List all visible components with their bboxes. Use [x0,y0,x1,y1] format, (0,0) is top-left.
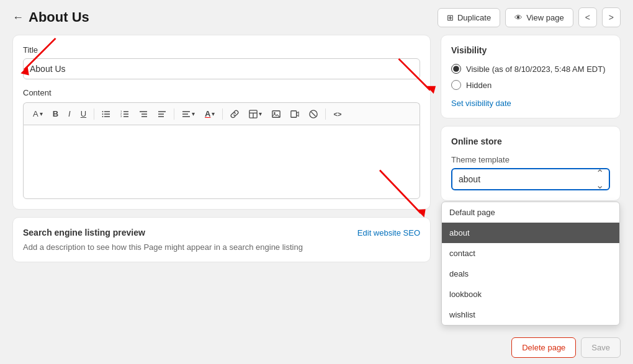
table-button[interactable]: ▾ [245,107,266,121]
prev-page-button[interactable]: < [578,7,597,27]
duplicate-button[interactable]: ⊞ Duplicate [438,8,500,27]
svg-point-31 [274,112,276,113]
editor-toolbar: A▾ B I U 123 [23,102,420,125]
ul-button[interactable] [97,107,115,121]
video-button[interactable] [286,107,303,121]
visible-option[interactable]: Visible (as of 8/10/2023, 5:48 AM EDT) [451,64,610,74]
hidden-label: Hidden [466,81,492,90]
hidden-radio[interactable] [451,80,461,90]
seo-card: Search engine listing preview Edit websi… [12,217,431,262]
toolbar-divider-2 [174,109,174,120]
dropdown-item-lookbook[interactable]: lookbook [442,284,619,304]
duplicate-icon: ⊞ [447,13,454,22]
page-title: About Us [29,9,89,25]
header: ← About Us ⊞ Duplicate 👁 View page < > [0,0,633,35]
bold-button[interactable]: B [48,107,63,121]
seo-title: Search engine listing preview [23,228,145,237]
theme-template-select[interactable]: Default page about contact deals lookboo… [451,168,610,190]
back-button[interactable]: ← [12,11,24,24]
svg-point-10 [102,113,104,115]
right-column: Visibility Visible (as of 8/10/2023, 5:4… [441,35,621,329]
radio-group: Visible (as of 8/10/2023, 5:48 AM EDT) H… [451,64,610,90]
dropdown-item-deals[interactable]: deals [442,264,619,284]
italic-button[interactable]: I [64,107,75,121]
editor-body[interactable] [23,125,420,199]
online-store-card: Online store Theme template Default page… [441,126,621,201]
svg-line-34 [312,112,316,116]
online-store-title: Online store [451,136,610,146]
clear-button[interactable] [305,107,322,121]
content-label: Content [23,88,420,97]
visibility-card: Visibility Visible (as of 8/10/2023, 5:4… [441,35,621,118]
hidden-option[interactable]: Hidden [451,80,610,90]
dropdown-item-about[interactable]: about [442,223,619,243]
eye-icon: 👁 [514,13,523,22]
title-content-card: Title Content A▾ B I U 123 [12,35,431,210]
font-button[interactable]: A▾ [29,107,47,121]
svg-text:3: 3 [120,115,122,118]
dropdown-list: Default page about contact deals lookboo… [441,202,620,326]
svg-point-11 [102,116,104,117]
source-button[interactable]: <> [329,108,346,120]
align-button[interactable]: ▾ [177,107,199,121]
header-left: ← About Us [12,9,89,25]
svg-rect-32 [291,110,297,117]
save-button[interactable]: Save [581,337,621,358]
color-button[interactable]: A ▾ [200,107,219,121]
ol-button[interactable]: 123 [116,107,133,121]
seo-description: Add a description to see how this Page m… [23,242,420,252]
dropdown-item-wishlist[interactable]: wishlist [442,304,619,325]
toolbar-divider-3 [222,109,223,120]
next-page-button[interactable]: > [602,7,621,27]
edit-seo-link[interactable]: Edit website SEO [357,228,420,237]
left-column: Title Content A▾ B I U 123 [12,35,431,329]
visible-label: Visible (as of 8/10/2023, 5:48 AM EDT) [466,64,606,74]
dropdown-item-default[interactable]: Default page [442,202,619,223]
theme-template-label: Theme template [451,155,610,164]
header-right: ⊞ Duplicate 👁 View page < > [438,7,621,27]
toolbar-divider-4 [325,109,326,120]
title-input[interactable] [23,58,420,79]
footer: Delete page Save [0,331,633,364]
image-button[interactable] [267,107,285,121]
main-content: Title Content A▾ B I U 123 [0,35,633,329]
delete-page-button[interactable]: Delete page [511,337,576,358]
underline-button[interactable]: U [76,107,91,121]
toolbar-divider-1 [94,109,94,120]
view-page-button[interactable]: 👁 View page [505,8,573,27]
title-label: Title [23,45,420,55]
outdent-button[interactable] [153,107,171,121]
link-button[interactable] [226,107,243,121]
svg-point-9 [102,111,104,112]
visibility-title: Visibility [451,45,610,55]
seo-header: Search engine listing preview Edit websi… [23,228,420,237]
visible-radio[interactable] [451,64,461,74]
select-wrapper: Default page about contact deals lookboo… [451,168,610,190]
indent-button[interactable] [135,107,152,121]
dropdown-item-contact[interactable]: contact [442,243,619,264]
set-visibility-link[interactable]: Set visibility date [451,99,610,108]
